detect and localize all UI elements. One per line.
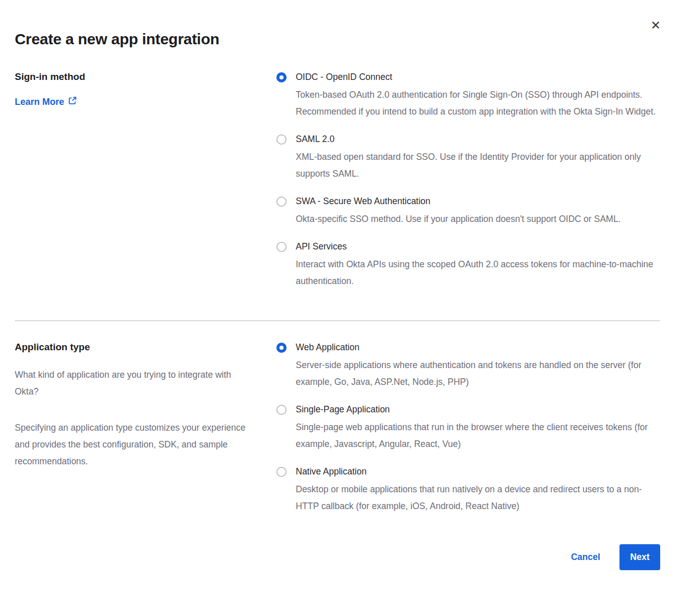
radio-option-oidc[interactable]: OIDC - OpenID Connect Token-based OAuth … bbox=[276, 71, 660, 120]
close-button[interactable]: ✕ bbox=[649, 18, 662, 33]
radio-option-api-services-label: API Services bbox=[296, 241, 657, 253]
cancel-button[interactable]: Cancel bbox=[571, 552, 600, 563]
radio-option-swa-label: SWA - Secure Web Authentication bbox=[296, 195, 620, 207]
radio-api-services[interactable] bbox=[276, 242, 287, 252]
radio-option-api-services[interactable]: API Services Interact with Okta APIs usi… bbox=[276, 241, 660, 290]
radio-single-page-application[interactable] bbox=[276, 405, 287, 415]
radio-option-native-application[interactable]: Native Application Desktop or mobile app… bbox=[276, 466, 660, 515]
radio-swa[interactable] bbox=[276, 197, 287, 207]
radio-option-oidc-description: Token-based OAuth 2.0 authentication for… bbox=[296, 87, 657, 120]
learn-more-label: Learn More bbox=[15, 97, 64, 107]
application-type-label: Application type bbox=[15, 342, 254, 353]
radio-option-saml-description: XML-based open standard for SSO. Use if … bbox=[296, 149, 657, 182]
radio-oidc[interactable] bbox=[276, 72, 287, 82]
signin-method-label: Sign-in method bbox=[15, 71, 254, 82]
application-type-section: Application type What kind of applicatio… bbox=[15, 342, 660, 515]
radio-option-oidc-label: OIDC - OpenID Connect bbox=[296, 71, 657, 83]
radio-native-application[interactable] bbox=[276, 467, 287, 477]
radio-option-native-application-label: Native Application bbox=[296, 466, 657, 478]
radio-option-saml[interactable]: SAML 2.0 XML-based open standard for SSO… bbox=[276, 133, 660, 182]
section-divider bbox=[15, 320, 660, 321]
modal-title: Create a new app integration bbox=[15, 31, 660, 48]
modal-footer: Cancel Next bbox=[15, 544, 660, 570]
radio-option-web-application-description: Server-side applications where authentic… bbox=[296, 357, 657, 390]
application-type-help-text: Specifying an application type customize… bbox=[15, 419, 254, 470]
external-link-icon bbox=[68, 96, 77, 107]
radio-option-single-page-application-description: Single-page web applications that run in… bbox=[296, 419, 657, 453]
close-icon: ✕ bbox=[651, 18, 661, 32]
radio-web-application[interactable] bbox=[276, 343, 287, 353]
radio-option-swa-description: Okta-specific SSO method. Use if your ap… bbox=[296, 211, 620, 228]
radio-option-single-page-application[interactable]: Single-Page Application Single-page web … bbox=[276, 404, 660, 453]
signin-method-section: Sign-in method Learn More OIDC - OpenID … bbox=[15, 71, 660, 290]
create-app-integration-modal: ✕ Create a new app integration Sign-in m… bbox=[0, 0, 678, 616]
radio-option-single-page-application-label: Single-Page Application bbox=[296, 404, 657, 415]
application-type-question: What kind of application are you trying … bbox=[15, 367, 254, 400]
learn-more-link[interactable]: Learn More bbox=[15, 96, 77, 107]
radio-option-web-application[interactable]: Web Application Server-side applications… bbox=[276, 342, 660, 390]
next-button[interactable]: Next bbox=[619, 544, 660, 570]
radio-option-swa[interactable]: SWA - Secure Web Authentication Okta-spe… bbox=[276, 195, 660, 228]
radio-saml[interactable] bbox=[276, 134, 287, 145]
radio-option-api-services-description: Interact with Okta APIs using the scoped… bbox=[296, 256, 657, 290]
radio-option-native-application-description: Desktop or mobile applications that run … bbox=[296, 481, 657, 515]
radio-option-web-application-label: Web Application bbox=[296, 342, 657, 353]
radio-option-saml-label: SAML 2.0 bbox=[296, 133, 657, 145]
